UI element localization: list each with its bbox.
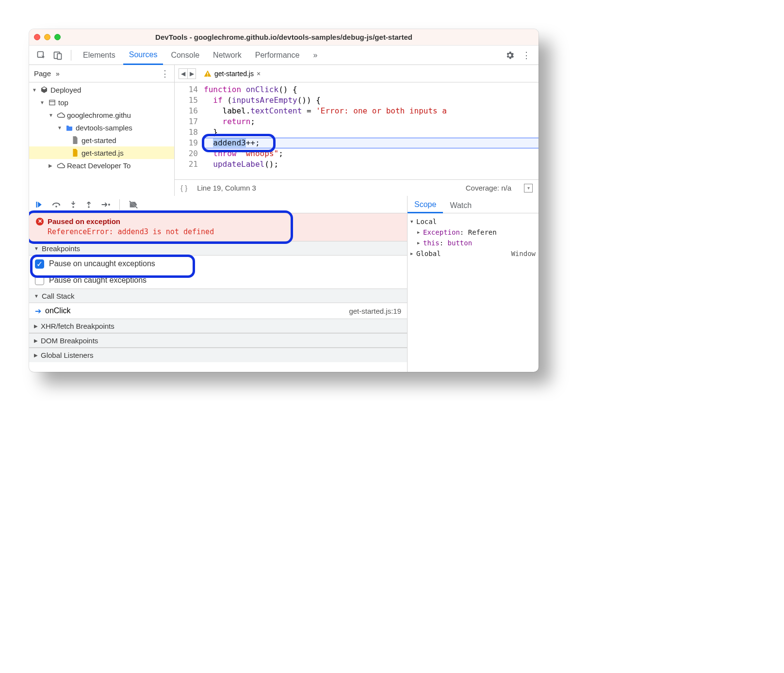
- scope-value: Window: [511, 250, 536, 257]
- close-tab-icon[interactable]: ×: [257, 70, 261, 78]
- tab-elements[interactable]: Elements: [77, 46, 121, 65]
- more-options-icon[interactable]: ⋮: [519, 48, 534, 63]
- editor-nav-arrows: ◀ ▶: [179, 68, 196, 79]
- tree-label: get-started.js: [82, 149, 124, 157]
- tab-performance[interactable]: Performance: [249, 46, 306, 65]
- scope-value: Referen: [468, 228, 497, 236]
- navigator-overflow-button[interactable]: »: [56, 70, 60, 78]
- tree-node-file-html[interactable]: get-started: [29, 134, 174, 146]
- step-into-button[interactable]: [70, 200, 77, 209]
- tab-console[interactable]: Console: [165, 46, 205, 65]
- triangle-down-icon: ▼: [410, 219, 416, 224]
- triangle-down-icon: ▼: [34, 246, 39, 251]
- code-content[interactable]: function onClick() { if (inputsAreEmpty(…: [204, 82, 539, 179]
- pretty-print-icon[interactable]: { }: [180, 184, 187, 192]
- tree-node-top[interactable]: ▼ top: [29, 96, 174, 109]
- svg-point-5: [55, 206, 57, 208]
- triangle-right-icon: ▶: [34, 323, 38, 329]
- tree-label: top: [58, 98, 68, 107]
- tab-network[interactable]: Network: [207, 46, 247, 65]
- tab-watch[interactable]: Watch: [443, 201, 478, 213]
- checkbox-checked-icon[interactable]: ✓: [35, 259, 44, 269]
- line-number: 15: [175, 95, 198, 106]
- debugger-panels: ✕ Paused on exception ReferenceError: ad…: [29, 196, 539, 372]
- document-icon: [71, 136, 80, 144]
- scope-key: Exception: [423, 228, 460, 236]
- tab-sources[interactable]: Sources: [123, 46, 163, 65]
- svg-point-8: [108, 204, 110, 206]
- step-out-button[interactable]: [85, 200, 92, 209]
- editor-pane: ◀ ▶ get-started.js × 14 15 16 17 1: [175, 65, 539, 196]
- tree-label: devtools-samples: [76, 124, 132, 132]
- line-number: 16: [175, 106, 198, 116]
- line-number: 19: [175, 138, 198, 148]
- triangle-right-icon: ▶: [34, 353, 38, 358]
- sources-panel: Page » ⋮ ▼ Deployed ▼ top ▼ goog: [29, 65, 539, 196]
- tree-node-react-devtools[interactable]: ▶ React Developer To: [29, 159, 174, 172]
- inspect-element-icon[interactable]: [34, 48, 49, 63]
- scope-item-exception[interactable]: ▶ Exception: Referen: [410, 227, 536, 238]
- cloud-icon: [56, 112, 65, 118]
- pause-on-uncaught-checkbox-row[interactable]: ✓ Pause on uncaught exceptions: [29, 256, 407, 272]
- debugger-left-pane: ✕ Paused on exception ReferenceError: ad…: [29, 196, 408, 372]
- section-dom-breakpoints[interactable]: ▶ DOM Breakpoints: [29, 333, 407, 348]
- navigator-more-icon[interactable]: ⋮: [161, 68, 169, 79]
- section-label: DOM Breakpoints: [41, 336, 98, 345]
- annotation-highlight-code: [202, 134, 276, 152]
- svg-rect-3: [49, 100, 54, 105]
- section-call-stack[interactable]: ▼ Call Stack: [29, 288, 407, 303]
- triangle-right-icon: ▶: [410, 251, 416, 256]
- nav-forward-button[interactable]: ▶: [187, 68, 196, 79]
- stack-frame-location[interactable]: get-started.js:19: [349, 307, 401, 315]
- tree-label: googlechrome.githu: [67, 111, 131, 119]
- scope-local-header[interactable]: ▼ Local: [410, 216, 536, 227]
- section-global-listeners[interactable]: ▶ Global Listeners: [29, 348, 407, 362]
- svg-point-6: [72, 206, 74, 208]
- call-stack-frame[interactable]: ➔ onClick get-started.js:19: [29, 303, 407, 319]
- cloud-icon: [56, 162, 65, 169]
- tab-scope[interactable]: Scope: [408, 200, 443, 213]
- line-number: 20: [175, 148, 198, 159]
- tree-node-origin[interactable]: ▼ googlechrome.githu: [29, 109, 174, 121]
- window-icon: [48, 99, 56, 106]
- current-frame-arrow-icon: ➔: [35, 306, 41, 316]
- line-number: 17: [175, 116, 198, 127]
- file-tab-label: get-started.js: [214, 70, 254, 78]
- code-editor[interactable]: 14 15 16 17 18 19 20 21 function onClick…: [175, 82, 539, 179]
- tree-node-deployed[interactable]: ▼ Deployed: [29, 83, 174, 96]
- scope-item-this[interactable]: ▶ this: button: [410, 238, 536, 248]
- coverage-toggle-icon[interactable]: ▾: [524, 184, 533, 192]
- warning-icon: [204, 70, 212, 78]
- section-xhr-breakpoints[interactable]: ▶ XHR/fetch Breakpoints: [29, 319, 407, 333]
- deactivate-breakpoints-button[interactable]: [129, 200, 138, 209]
- section-label: Call Stack: [42, 292, 75, 300]
- resume-button[interactable]: [34, 200, 43, 209]
- device-toolbar-icon[interactable]: [50, 48, 65, 63]
- step-over-button[interactable]: [51, 201, 61, 208]
- scope-global-header[interactable]: ▶ Global Window: [410, 248, 536, 259]
- triangle-right-icon: ▶: [417, 230, 423, 235]
- stack-frame-name: onClick: [45, 306, 70, 315]
- navigator-mode-label[interactable]: Page: [34, 69, 51, 78]
- triangle-right-icon: ▶: [49, 163, 54, 168]
- main-toolbar: Elements Sources Console Network Perform…: [29, 46, 539, 65]
- scope-body: ▼ Local ▶ Exception: Referen ▶ this: but…: [408, 213, 539, 262]
- tree-label: Deployed: [50, 86, 81, 94]
- scope-watch-pane: Scope Watch ▼ Local ▶ Exception: Referen…: [408, 196, 539, 372]
- paused-on-exception-banner: ✕ Paused on exception ReferenceError: ad…: [29, 213, 407, 241]
- cursor-position-label: Line 19, Column 3: [197, 184, 256, 192]
- step-button[interactable]: [101, 201, 111, 208]
- tree-node-file-js[interactable]: get-started.js: [29, 146, 174, 159]
- window-title: DevTools - googlechrome.github.io/devtoo…: [29, 33, 539, 41]
- scope-value: button: [448, 239, 473, 247]
- checkbox-label: Pause on uncaught exceptions: [49, 259, 155, 268]
- tree-label: get-started: [82, 136, 116, 144]
- file-tab-get-started-js[interactable]: get-started.js ×: [199, 65, 265, 82]
- tabs-overflow-button[interactable]: »: [307, 46, 323, 65]
- section-label: Global Listeners: [41, 351, 93, 359]
- tree-node-folder[interactable]: ▼ devtools-samples: [29, 121, 174, 134]
- svg-point-7: [88, 206, 90, 208]
- nav-back-button[interactable]: ◀: [179, 68, 187, 79]
- triangle-down-icon: ▼: [40, 100, 46, 105]
- settings-gear-icon[interactable]: [503, 48, 517, 63]
